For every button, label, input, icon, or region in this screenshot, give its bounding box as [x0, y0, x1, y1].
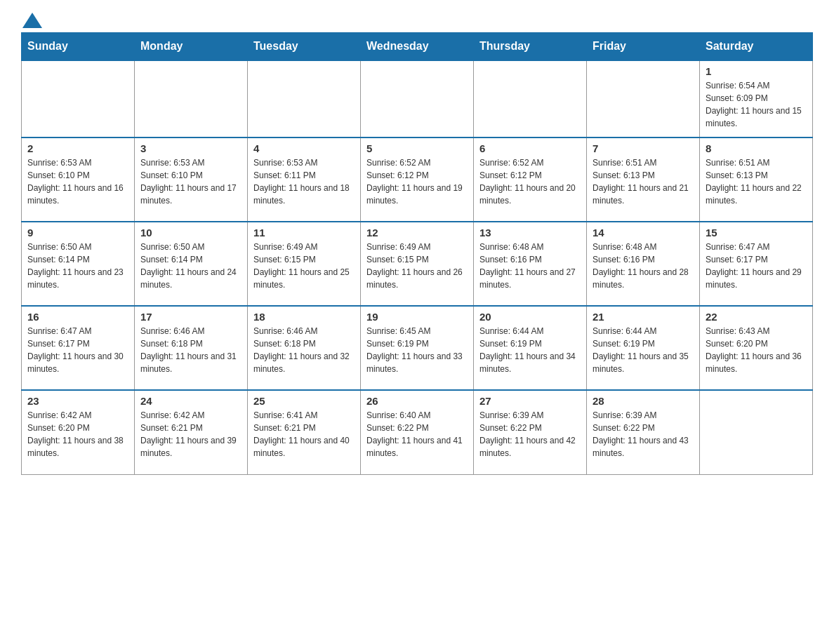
day-number: 18: [253, 311, 355, 323]
day-number: 19: [366, 311, 468, 323]
day-number: 17: [140, 311, 241, 323]
logo-triangle-icon: [22, 13, 42, 28]
calendar-cell: [248, 60, 361, 137]
calendar-cell: 12Sunrise: 6:49 AMSunset: 6:15 PMDayligh…: [361, 222, 474, 306]
calendar-cell: 22Sunrise: 6:43 AMSunset: 6:20 PMDayligh…: [700, 306, 813, 390]
day-number: 13: [479, 227, 581, 239]
day-info: Sunrise: 6:45 AMSunset: 6:19 PMDaylight:…: [366, 325, 468, 375]
calendar-header-row: SundayMondayTuesdayWednesdayThursdayFrid…: [22, 33, 813, 61]
day-info: Sunrise: 6:44 AMSunset: 6:19 PMDaylight:…: [479, 325, 581, 375]
col-header-saturday: Saturday: [700, 33, 813, 61]
day-number: 4: [253, 142, 355, 154]
col-header-wednesday: Wednesday: [361, 33, 474, 61]
day-info: Sunrise: 6:40 AMSunset: 6:22 PMDaylight:…: [366, 409, 468, 459]
calendar-cell: 26Sunrise: 6:40 AMSunset: 6:22 PMDayligh…: [361, 390, 474, 474]
calendar-cell: 10Sunrise: 6:50 AMSunset: 6:14 PMDayligh…: [135, 222, 248, 306]
day-info: Sunrise: 6:47 AMSunset: 6:17 PMDaylight:…: [706, 241, 807, 291]
calendar-cell: 25Sunrise: 6:41 AMSunset: 6:21 PMDayligh…: [248, 390, 361, 474]
day-number: 12: [366, 227, 468, 239]
day-info: Sunrise: 6:39 AMSunset: 6:22 PMDaylight:…: [479, 409, 581, 459]
day-number: 8: [706, 142, 807, 154]
calendar-cell: 28Sunrise: 6:39 AMSunset: 6:22 PMDayligh…: [587, 390, 700, 474]
week-row-1: 1Sunrise: 6:54 AMSunset: 6:09 PMDaylight…: [22, 60, 813, 137]
col-header-friday: Friday: [587, 33, 700, 61]
calendar-cell: 8Sunrise: 6:51 AMSunset: 6:13 PMDaylight…: [700, 137, 813, 222]
day-info: Sunrise: 6:44 AMSunset: 6:19 PMDaylight:…: [593, 325, 694, 375]
week-row-3: 9Sunrise: 6:50 AMSunset: 6:14 PMDaylight…: [22, 222, 813, 306]
calendar-cell: 24Sunrise: 6:42 AMSunset: 6:21 PMDayligh…: [135, 390, 248, 474]
day-info: Sunrise: 6:53 AMSunset: 6:11 PMDaylight:…: [253, 156, 355, 207]
calendar-cell: 3Sunrise: 6:53 AMSunset: 6:10 PMDaylight…: [135, 137, 248, 222]
calendar-cell: 4Sunrise: 6:53 AMSunset: 6:11 PMDaylight…: [248, 137, 361, 222]
day-number: 25: [253, 395, 355, 407]
day-info: Sunrise: 6:54 AMSunset: 6:09 PMDaylight:…: [706, 79, 807, 130]
logo: [21, 14, 42, 25]
calendar-cell: 17Sunrise: 6:46 AMSunset: 6:18 PMDayligh…: [135, 306, 248, 390]
day-number: 28: [593, 395, 694, 407]
day-info: Sunrise: 6:50 AMSunset: 6:14 PMDaylight:…: [27, 241, 128, 291]
calendar-cell: 11Sunrise: 6:49 AMSunset: 6:15 PMDayligh…: [248, 222, 361, 306]
calendar-table: SundayMondayTuesdayWednesdayThursdayFrid…: [21, 32, 813, 475]
day-info: Sunrise: 6:39 AMSunset: 6:22 PMDaylight:…: [593, 409, 694, 459]
day-number: 1: [706, 65, 807, 77]
calendar-cell: 23Sunrise: 6:42 AMSunset: 6:20 PMDayligh…: [22, 390, 135, 474]
col-header-thursday: Thursday: [474, 33, 587, 61]
day-info: Sunrise: 6:43 AMSunset: 6:20 PMDaylight:…: [706, 325, 807, 375]
day-info: Sunrise: 6:46 AMSunset: 6:18 PMDaylight:…: [140, 325, 241, 375]
calendar-cell: 20Sunrise: 6:44 AMSunset: 6:19 PMDayligh…: [474, 306, 587, 390]
day-number: 2: [27, 142, 128, 154]
day-info: Sunrise: 6:47 AMSunset: 6:17 PMDaylight:…: [27, 325, 128, 375]
day-number: 3: [140, 142, 241, 154]
calendar-cell: 15Sunrise: 6:47 AMSunset: 6:17 PMDayligh…: [700, 222, 813, 306]
day-number: 20: [479, 311, 581, 323]
calendar-cell: [361, 60, 474, 137]
calendar-cell: 7Sunrise: 6:51 AMSunset: 6:13 PMDaylight…: [587, 137, 700, 222]
col-header-monday: Monday: [135, 33, 248, 61]
day-info: Sunrise: 6:48 AMSunset: 6:16 PMDaylight:…: [479, 241, 581, 291]
calendar-cell: 18Sunrise: 6:46 AMSunset: 6:18 PMDayligh…: [248, 306, 361, 390]
day-number: 7: [593, 142, 694, 154]
calendar-cell: 19Sunrise: 6:45 AMSunset: 6:19 PMDayligh…: [361, 306, 474, 390]
day-number: 16: [27, 311, 128, 323]
calendar-cell: 9Sunrise: 6:50 AMSunset: 6:14 PMDaylight…: [22, 222, 135, 306]
day-number: 6: [479, 142, 581, 154]
day-number: 9: [27, 227, 128, 239]
day-number: 10: [140, 227, 241, 239]
col-header-tuesday: Tuesday: [248, 33, 361, 61]
day-number: 24: [140, 395, 241, 407]
day-info: Sunrise: 6:46 AMSunset: 6:18 PMDaylight:…: [253, 325, 355, 375]
day-number: 5: [366, 142, 468, 154]
day-info: Sunrise: 6:42 AMSunset: 6:21 PMDaylight:…: [140, 409, 241, 459]
day-info: Sunrise: 6:53 AMSunset: 6:10 PMDaylight:…: [27, 156, 128, 207]
day-number: 23: [27, 395, 128, 407]
calendar-cell: 27Sunrise: 6:39 AMSunset: 6:22 PMDayligh…: [474, 390, 587, 474]
week-row-4: 16Sunrise: 6:47 AMSunset: 6:17 PMDayligh…: [22, 306, 813, 390]
calendar-cell: 13Sunrise: 6:48 AMSunset: 6:16 PMDayligh…: [474, 222, 587, 306]
day-number: 22: [706, 311, 807, 323]
calendar-cell: [474, 60, 587, 137]
calendar-cell: 2Sunrise: 6:53 AMSunset: 6:10 PMDaylight…: [22, 137, 135, 222]
day-number: 27: [479, 395, 581, 407]
day-info: Sunrise: 6:49 AMSunset: 6:15 PMDaylight:…: [366, 241, 468, 291]
day-info: Sunrise: 6:50 AMSunset: 6:14 PMDaylight:…: [140, 241, 241, 291]
day-info: Sunrise: 6:51 AMSunset: 6:13 PMDaylight:…: [706, 156, 807, 207]
day-number: 26: [366, 395, 468, 407]
calendar-cell: 21Sunrise: 6:44 AMSunset: 6:19 PMDayligh…: [587, 306, 700, 390]
day-info: Sunrise: 6:42 AMSunset: 6:20 PMDaylight:…: [27, 409, 128, 459]
calendar-cell: [700, 390, 813, 474]
week-row-2: 2Sunrise: 6:53 AMSunset: 6:10 PMDaylight…: [22, 137, 813, 222]
day-info: Sunrise: 6:49 AMSunset: 6:15 PMDaylight:…: [253, 241, 355, 291]
day-number: 15: [706, 227, 807, 239]
day-number: 14: [593, 227, 694, 239]
calendar-cell: 14Sunrise: 6:48 AMSunset: 6:16 PMDayligh…: [587, 222, 700, 306]
calendar-cell: 16Sunrise: 6:47 AMSunset: 6:17 PMDayligh…: [22, 306, 135, 390]
day-info: Sunrise: 6:51 AMSunset: 6:13 PMDaylight:…: [593, 156, 694, 207]
week-row-5: 23Sunrise: 6:42 AMSunset: 6:20 PMDayligh…: [22, 390, 813, 474]
calendar-cell: [587, 60, 700, 137]
calendar-cell: [22, 60, 135, 137]
svg-marker-0: [22, 13, 42, 28]
day-info: Sunrise: 6:41 AMSunset: 6:21 PMDaylight:…: [253, 409, 355, 459]
day-number: 11: [253, 227, 355, 239]
day-info: Sunrise: 6:52 AMSunset: 6:12 PMDaylight:…: [366, 156, 468, 207]
col-header-sunday: Sunday: [22, 33, 135, 61]
